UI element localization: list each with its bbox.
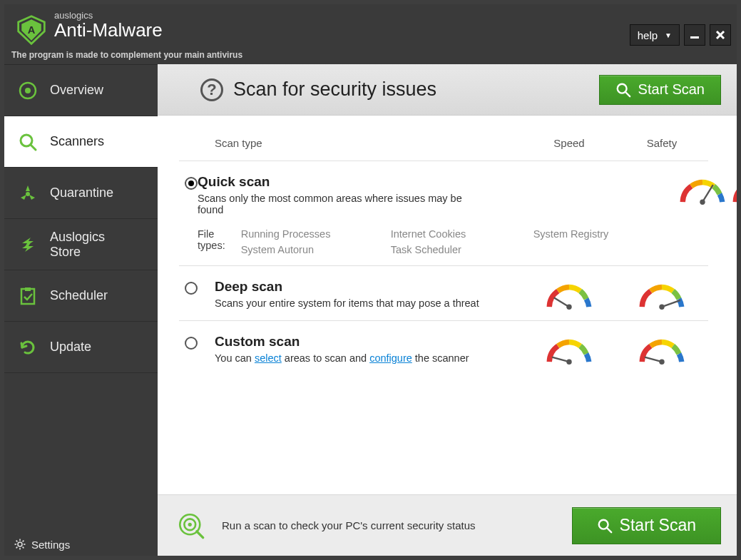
sidebar-item-overview[interactable]: Overview <box>4 65 158 116</box>
target-icon <box>17 80 39 101</box>
page-header: ? Scan for security issues Start Scan <box>158 64 737 116</box>
start-scan-button-bottom[interactable]: Start Scan <box>572 507 721 544</box>
refresh-icon <box>17 337 39 358</box>
page-title: Scan for security issues <box>233 78 436 101</box>
svg-line-35 <box>645 357 662 362</box>
minimize-button[interactable] <box>684 24 705 46</box>
sidebar-item-update[interactable]: Update <box>4 322 158 373</box>
help-dropdown-label: help <box>638 29 658 41</box>
svg-line-18 <box>16 541 18 542</box>
svg-line-33 <box>552 357 569 362</box>
app-window: A auslogics Anti-Malware The program is … <box>0 0 741 560</box>
gear-icon <box>14 539 26 550</box>
chevron-down-icon: ▼ <box>665 31 672 39</box>
file-type-item: System Registry <box>533 228 676 240</box>
scan-option-deep: Deep scan Scans your entire system for i… <box>179 266 708 321</box>
file-type-item: Running Processes <box>241 228 391 240</box>
svg-point-7 <box>25 88 31 93</box>
svg-line-19 <box>23 547 24 549</box>
scan-name: Deep scan <box>215 279 523 295</box>
settings-button[interactable]: Settings <box>4 533 158 556</box>
scan-description: Scans only the most common areas where i… <box>198 193 483 215</box>
svg-line-31 <box>662 300 680 307</box>
svg-rect-11 <box>21 289 34 304</box>
sidebar-item-scheduler[interactable]: Scheduler <box>4 270 158 322</box>
sidebar-item-label: Auslogics Store <box>50 230 128 259</box>
svg-line-23 <box>625 91 629 96</box>
file-type-item: Task Scheduler <box>391 244 533 255</box>
file-types-section: File types: Running Processes Internet C… <box>198 228 676 255</box>
brand-product: Anti-Malware <box>54 21 163 40</box>
configure-scanner-link[interactable]: configure <box>369 352 412 364</box>
scan-description: You can select areas to scan and configu… <box>215 352 500 364</box>
help-dropdown[interactable]: help ▼ <box>630 24 680 46</box>
svg-line-25 <box>702 185 713 202</box>
scan-target-icon <box>176 511 206 541</box>
footer-bar: Run a scan to check your PC's current se… <box>158 494 737 556</box>
magnifier-icon <box>17 131 39 153</box>
col-scan-type: Scan type <box>215 137 523 149</box>
brand-tagline: The program is made to complement your m… <box>11 50 242 60</box>
svg-line-21 <box>16 547 18 549</box>
svg-line-39 <box>197 531 203 537</box>
sidebar-item-label: Quarantine <box>50 185 113 200</box>
svg-text:A: A <box>28 24 36 36</box>
sidebar-item-quarantine[interactable]: Quarantine <box>4 168 158 219</box>
close-button[interactable] <box>710 24 731 46</box>
titlebar: A auslogics Anti-Malware The program is … <box>4 4 737 64</box>
sidebar: Overview Scanners <box>4 64 158 556</box>
safety-gauge-icon <box>635 280 688 310</box>
main-panel: ? Scan for security issues Start Scan Sc… <box>158 64 737 556</box>
biohazard-icon <box>17 183 39 204</box>
scan-option-custom: Custom scan You can select areas to scan… <box>179 321 708 375</box>
select-areas-link[interactable]: select <box>255 352 282 364</box>
svg-point-38 <box>188 522 192 526</box>
magnifier-icon <box>615 82 631 98</box>
sidebar-item-label: Scanners <box>50 134 104 149</box>
radio-quick-scan[interactable] <box>185 177 198 190</box>
svg-point-10 <box>26 192 30 196</box>
settings-label: Settings <box>31 539 70 551</box>
scan-name: Custom scan <box>215 334 523 350</box>
safety-gauge-icon <box>635 335 688 365</box>
sidebar-item-label: Overview <box>50 83 103 98</box>
svg-rect-12 <box>25 287 31 291</box>
scan-name: Quick scan <box>198 174 676 190</box>
app-logo-icon: A <box>16 14 47 46</box>
file-types-label: File types: <box>198 228 225 255</box>
speed-gauge-icon <box>543 335 596 365</box>
svg-point-13 <box>18 542 22 546</box>
help-question-icon[interactable]: ? <box>200 78 223 101</box>
svg-line-29 <box>554 297 569 307</box>
sidebar-item-label: Update <box>50 340 91 355</box>
arrows-exchange-icon <box>17 234 39 255</box>
clipboard-check-icon <box>17 285 39 307</box>
svg-line-9 <box>31 145 36 150</box>
col-speed: Speed <box>523 137 615 149</box>
sidebar-item-scanners[interactable]: Scanners <box>4 116 158 168</box>
radio-deep-scan[interactable] <box>185 282 198 295</box>
start-scan-label: Start Scan <box>638 81 705 98</box>
close-icon <box>715 30 725 40</box>
svg-line-41 <box>606 527 610 531</box>
file-type-item: System Autorun <box>241 244 391 255</box>
minimize-icon <box>690 30 700 40</box>
start-scan-label: Start Scan <box>620 516 696 535</box>
svg-line-20 <box>23 541 24 542</box>
safety-gauge-icon <box>729 175 737 205</box>
speed-gauge-icon <box>543 280 596 310</box>
sidebar-item-store[interactable]: Auslogics Store <box>4 219 158 270</box>
radio-custom-scan[interactable] <box>185 337 198 350</box>
svg-rect-3 <box>690 36 699 39</box>
magnifier-icon <box>597 518 613 534</box>
footer-message: Run a scan to check your PC's current se… <box>222 519 556 531</box>
sidebar-item-label: Scheduler <box>50 288 108 303</box>
scan-option-quick: Quick scan Scans only the most common ar… <box>179 161 708 266</box>
file-type-item: Internet Cookies <box>391 228 533 240</box>
speed-gauge-icon <box>676 175 729 205</box>
column-headers: Scan type Speed Safety <box>179 137 708 161</box>
scan-description: Scans your entire system for items that … <box>215 297 500 309</box>
start-scan-button-top[interactable]: Start Scan <box>599 75 721 105</box>
col-safety: Safety <box>615 137 708 149</box>
